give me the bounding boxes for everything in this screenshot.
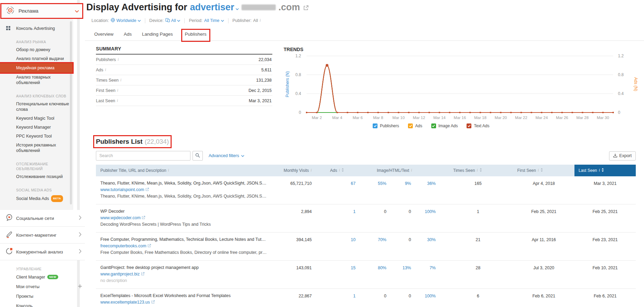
search-button[interactable] xyxy=(193,151,203,161)
tab-ads[interactable]: Ads xyxy=(123,30,132,40)
sidebar-item[interactable]: Проекты xyxy=(0,292,85,301)
sort-arrows-icon[interactable] xyxy=(602,168,604,173)
ratio-value[interactable]: 7% xyxy=(414,265,438,288)
ratio-value[interactable]: 100% xyxy=(414,209,438,232)
filter-value-dropdown[interactable]: Worldwide xyxy=(111,18,141,23)
external-link-icon[interactable] xyxy=(304,2,309,13)
legend-item-text-ads[interactable]: Text Ads xyxy=(467,123,489,128)
column-header-ts[interactable]: Times Seeni xyxy=(443,165,513,176)
ratio-value[interactable]: 30% xyxy=(414,237,438,260)
tab-overview[interactable]: Overview xyxy=(94,30,114,40)
ratio-value: 0 xyxy=(359,209,389,232)
ratio-value[interactable]: 55% xyxy=(359,181,389,204)
y-axis-tick-left: 0.8 xyxy=(295,72,301,77)
external-link-icon[interactable] xyxy=(141,272,145,276)
legend-checkbox[interactable] xyxy=(408,123,413,128)
ads-count-cell[interactable]: 67 xyxy=(315,176,359,204)
legend-item-image-ads[interactable]: Image Ads xyxy=(431,123,458,128)
sidebar-tool-chat[interactable]: Социальные сети xyxy=(0,210,85,227)
publisher-url-link[interactable]: www.exceltemplate123.us xyxy=(100,300,150,305)
publisher-url-link[interactable]: www.wpdecoder.com xyxy=(100,215,140,220)
sidebar-item-label: Обзор по домену xyxy=(16,47,50,52)
ratio-value[interactable]: 80% xyxy=(359,265,389,288)
sidebar-item[interactable]: История рекламных объявлений xyxy=(0,141,73,155)
legend-checkbox[interactable] xyxy=(431,123,436,128)
column-header-fs[interactable]: First Seeni xyxy=(513,165,574,176)
ads-count-cell[interactable]: 1 xyxy=(315,289,359,307)
legend-checkbox[interactable] xyxy=(373,123,377,128)
ads-count-cell[interactable]: 1 xyxy=(315,204,359,232)
chart-legend: PublishersAdsImage AdsText Ads xyxy=(373,123,490,128)
sidebar-item[interactable]: Social Media AdsBETA xyxy=(0,193,73,204)
ratio-value[interactable]: 9% xyxy=(389,181,414,204)
column-header-pub[interactable]: Publisher Title, URL and Descriptioni xyxy=(96,165,271,176)
ratio-value: 0 xyxy=(389,209,414,232)
monthly-visits-cell: 143,091 xyxy=(271,261,315,288)
sidebar-item[interactable]: PPC Keyword Tool xyxy=(0,132,73,141)
sidebar-item[interactable]: Анализ платной выдачи xyxy=(0,54,73,63)
publisher-url-link[interactable]: freecomputerbooks.com xyxy=(100,244,146,248)
sidebar-item-label: Потенциальные ключевые слова xyxy=(16,102,69,112)
column-header-label: First Seen xyxy=(517,168,536,173)
left-axis-title: Publishers (N) xyxy=(285,71,290,97)
ads-count-cell[interactable]: 15 xyxy=(315,261,359,288)
external-link-icon[interactable] xyxy=(142,215,145,220)
filter-label: Device: xyxy=(149,18,164,23)
plus-icon[interactable] xyxy=(78,284,82,290)
column-header-ads[interactable]: Adsi xyxy=(315,165,359,176)
advertiser-dropdown[interactable]: advertiser xyxy=(190,2,239,13)
sidebar-management: УПРАВЛЕНИЕ Client ManagerNEWМои отчетыПр… xyxy=(0,260,85,307)
sidebar-item[interactable]: Keyword Magic Tool xyxy=(0,114,73,123)
publisher-url-link[interactable]: www.ganttproject.biz xyxy=(100,272,140,276)
sidebar-item[interactable]: Потенциальные ключевые слова xyxy=(0,99,73,114)
sidebar-tool-pie[interactable]: Конкурентный анализ xyxy=(0,244,85,260)
external-link-icon[interactable] xyxy=(146,187,149,192)
sort-arrows-icon[interactable] xyxy=(541,168,543,173)
data-marker xyxy=(316,112,318,113)
sidebar-item[interactable]: Мои отчеты xyxy=(0,282,85,292)
sidebar-item[interactable]: Консоль Advertising xyxy=(0,24,73,33)
filter-value-dropdown[interactable]: All Time xyxy=(204,18,224,23)
legend-checkbox[interactable] xyxy=(467,123,471,128)
sort-arrows-icon[interactable] xyxy=(480,168,482,173)
ratio-value[interactable]: 13% xyxy=(389,265,414,288)
search-input[interactable] xyxy=(96,151,190,161)
monthly-visits-cell: 22,867 xyxy=(271,289,315,307)
ratio-value[interactable]: 70% xyxy=(359,237,389,260)
column-header-ls[interactable]: Last Seeni xyxy=(574,165,636,176)
legend-item-ads[interactable]: Ads xyxy=(408,123,422,128)
sidebar-item[interactable]: Медийная реклама xyxy=(0,63,73,73)
info-icon: i xyxy=(120,78,121,82)
column-header-mv[interactable]: Monthly Visitsi xyxy=(271,165,315,176)
column-header-iht[interactable]: Image/HTML/Texti xyxy=(359,165,443,176)
sidebar-item[interactable]: Отслеживание позиций xyxy=(0,172,73,181)
filter-value-dropdown: All xyxy=(253,18,258,23)
ratio-value: 0 xyxy=(389,294,414,307)
ads-count-cell[interactable]: 10 xyxy=(315,233,359,260)
tab-publishers[interactable]: Publishers xyxy=(183,30,209,40)
sidebar-item-label: Social Media Ads xyxy=(16,196,49,201)
export-button[interactable]: Export xyxy=(609,151,636,161)
advanced-filters-toggle[interactable]: Advanced filters xyxy=(209,153,244,158)
publisher-url-link[interactable]: www.tutorialspoint.com xyxy=(100,187,144,192)
sidebar-scrollbar[interactable] xyxy=(70,21,72,204)
chevron-down-icon xyxy=(241,153,244,158)
sidebar-tool-switcher[interactable]: Реклама xyxy=(1,4,82,18)
external-link-icon[interactable] xyxy=(151,300,155,305)
sort-arrows-icon[interactable] xyxy=(342,168,344,173)
filter-separator xyxy=(145,18,145,23)
ratio-value[interactable]: 100% xyxy=(414,294,438,307)
sidebar-item[interactable]: Обзор по домену xyxy=(0,45,73,54)
tab-landing-pages[interactable]: Landing Pages xyxy=(141,30,174,40)
sidebar-item[interactable]: Консоль xyxy=(0,301,85,307)
first-seen-cell: Apr 4, 2018 xyxy=(513,176,574,204)
filter-value-dropdown[interactable]: All xyxy=(165,18,181,23)
ratio-value[interactable]: 36% xyxy=(414,181,438,204)
legend-item-publishers[interactable]: Publishers xyxy=(373,123,399,128)
filters-bar: Location:WorldwideDevice:AllPeriod:All T… xyxy=(91,18,261,23)
sidebar-item[interactable]: Keyword Manager xyxy=(0,123,73,132)
sidebar-item[interactable]: Анализ товарных объявлений xyxy=(0,73,73,87)
sidebar-item[interactable]: Client ManagerNEW xyxy=(0,272,85,282)
sidebar-tool-pencil[interactable]: Контент-маркетинг xyxy=(0,227,85,244)
external-link-icon[interactable] xyxy=(148,244,151,248)
